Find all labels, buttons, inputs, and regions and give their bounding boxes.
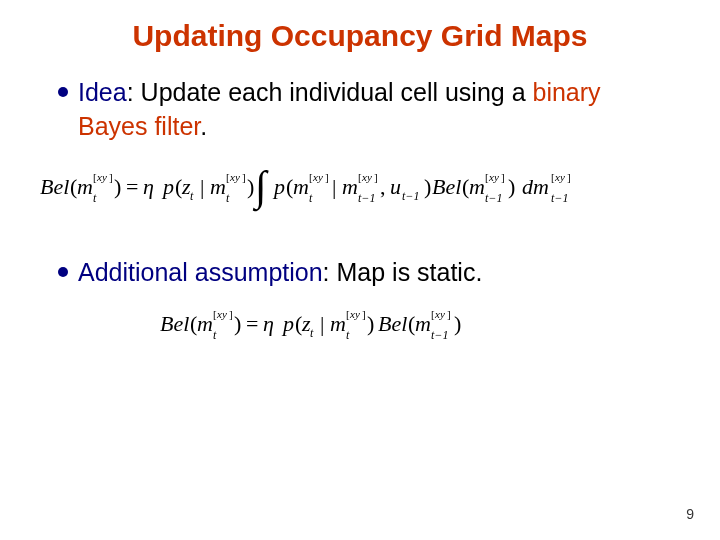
svg-text:]: ]	[109, 171, 113, 183]
svg-text:t: t	[310, 326, 314, 340]
svg-text:|: |	[200, 174, 204, 199]
svg-text:xy: xy	[349, 308, 360, 320]
svg-text:m: m	[210, 174, 226, 199]
bullet-1-rest-c: .	[200, 112, 207, 140]
svg-text:]: ]	[501, 171, 505, 183]
svg-text:m: m	[293, 174, 309, 199]
svg-text:η: η	[143, 174, 154, 199]
bullet-dot-icon	[58, 87, 68, 97]
svg-text:t−1: t−1	[485, 191, 502, 205]
svg-text:t: t	[346, 328, 350, 342]
svg-text:=: =	[126, 174, 138, 199]
svg-text:xy: xy	[361, 171, 372, 183]
svg-text:t−1: t−1	[402, 189, 419, 203]
bullet-1-sep: :	[127, 78, 141, 106]
svg-text:|: |	[332, 174, 336, 199]
svg-text:t: t	[226, 191, 230, 205]
svg-text:Bel: Bel	[40, 174, 69, 199]
bullet-1-rest-a: Update each individual cell using a	[141, 78, 533, 106]
svg-text:=: =	[246, 311, 258, 336]
svg-text:xy: xy	[312, 171, 323, 183]
svg-text:xy: xy	[488, 171, 499, 183]
svg-text:Bel: Bel	[160, 311, 189, 336]
formula-1: Bel ( m [ xy ] t ) = η p ( z t | m [ xy …	[40, 158, 680, 218]
svg-text:t: t	[213, 328, 217, 342]
svg-text:p: p	[281, 311, 294, 336]
bullet-2-sep: :	[323, 258, 337, 286]
bullet-1-lead: Idea	[78, 78, 127, 106]
formula-2: Bel ( m [ xy ] t ) = η p ( z t | m [ xy …	[40, 303, 680, 351]
svg-text:): )	[508, 174, 515, 199]
svg-text:): )	[454, 311, 461, 336]
svg-text:]: ]	[447, 308, 451, 320]
bullet-1: Idea: Update each individual cell using …	[58, 76, 670, 144]
svg-text:|: |	[320, 311, 324, 336]
svg-text:): )	[247, 174, 254, 199]
svg-text:m: m	[342, 174, 358, 199]
bullet-1-text: Idea: Update each individual cell using …	[78, 76, 670, 144]
svg-text:η: η	[263, 311, 274, 336]
svg-text:m: m	[330, 311, 346, 336]
formula-1-svg: Bel ( m [ xy ] t ) = η p ( z t | m [ xy …	[40, 158, 680, 214]
svg-text:): )	[114, 174, 121, 199]
svg-text:t−1: t−1	[551, 191, 568, 205]
slide-title: Updating Occupancy Grid Maps	[40, 18, 680, 54]
slide: Updating Occupancy Grid Maps Idea: Updat…	[0, 0, 720, 540]
svg-text:m: m	[197, 311, 213, 336]
svg-text:,: ,	[380, 174, 386, 199]
svg-text:xy: xy	[216, 308, 227, 320]
svg-text:∫: ∫	[252, 163, 269, 212]
svg-text:]: ]	[242, 171, 246, 183]
bullet-2-lead: Additional assumption	[78, 258, 323, 286]
svg-text:t−1: t−1	[431, 328, 448, 342]
svg-text:m: m	[469, 174, 485, 199]
bullet-2-text: Additional assumption: Map is static.	[78, 256, 482, 290]
svg-text:t: t	[190, 189, 194, 203]
svg-text:xy: xy	[434, 308, 445, 320]
svg-text:]: ]	[567, 171, 571, 183]
formula-2-svg: Bel ( m [ xy ] t ) = η p ( z t | m [ xy …	[160, 303, 560, 347]
page-number: 9	[686, 506, 694, 522]
svg-text:t: t	[93, 191, 97, 205]
bullet-dot-icon	[58, 267, 68, 277]
svg-text:xy: xy	[554, 171, 565, 183]
svg-text:p: p	[161, 174, 174, 199]
svg-text:Bel: Bel	[432, 174, 461, 199]
svg-text:t−1: t−1	[358, 191, 375, 205]
bullet-2-rest-a: Map is static.	[337, 258, 483, 286]
svg-text:): )	[234, 311, 241, 336]
svg-text:dm: dm	[522, 174, 549, 199]
svg-text:]: ]	[325, 171, 329, 183]
svg-text:xy: xy	[229, 171, 240, 183]
svg-text:xy: xy	[96, 171, 107, 183]
svg-text:Bel: Bel	[378, 311, 407, 336]
svg-text:): )	[424, 174, 431, 199]
svg-text:]: ]	[374, 171, 378, 183]
svg-text:]: ]	[362, 308, 366, 320]
svg-text:m: m	[415, 311, 431, 336]
svg-text:t: t	[309, 191, 313, 205]
svg-text:p: p	[272, 174, 285, 199]
svg-text:m: m	[77, 174, 93, 199]
svg-text:]: ]	[229, 308, 233, 320]
bullet-2: Additional assumption: Map is static.	[58, 256, 670, 290]
svg-text:u: u	[390, 174, 401, 199]
svg-text:): )	[367, 311, 374, 336]
